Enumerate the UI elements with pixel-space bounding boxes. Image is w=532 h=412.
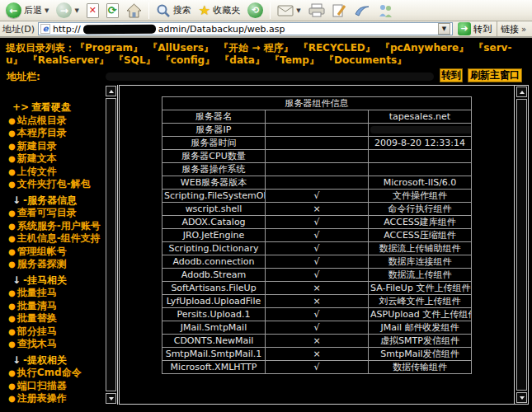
info-mark-cell (266, 163, 369, 176)
sidebar-item-执行Cmd命令[interactable]: ●执行Cmd命令 (0, 367, 106, 380)
refresh-button[interactable]: ⟳ (104, 1, 121, 21)
priv-dir-link[interactable]: 『data』 (219, 54, 265, 66)
priv-dir-link[interactable]: 『Documents』 (324, 54, 407, 66)
scroll-up-icon[interactable] (516, 87, 527, 97)
scrollbar-thumb[interactable] (106, 98, 116, 391)
sidebar-item-文件夹打包-解包[interactable]: ●文件夹打包-解包 (0, 178, 106, 191)
sidebar-item-主机信息-组件支持[interactable]: ●主机信息-组件支持 (0, 232, 106, 246)
back-label: 后退 (24, 4, 42, 16)
favorites-button[interactable]: ★ 收藏夹 (196, 1, 242, 21)
component-row: CDONTS.NewMail×虚拟SMTP发信组件 (162, 335, 472, 348)
component-row: Persits.Upload.1√ASPUpload 文件上传组件 (162, 308, 472, 321)
info-mark-cell (266, 137, 369, 150)
sidebar-item-系统服务-用户账号[interactable]: ●系统服务-用户账号 (0, 220, 106, 233)
sidebar-item-本程序目录[interactable]: ●本程序目录 (0, 127, 106, 140)
ie-logo-icon: e (40, 24, 50, 34)
server-info-row: 服务器名tapesales.net (162, 110, 472, 124)
sidebar-item-服务器探测[interactable]: ●服务器探测 (0, 258, 106, 271)
sidebar-item-新建文本[interactable]: ●新建文本 (0, 152, 106, 166)
component-row: JMail.SmtpMail√JMail 邮件收发组件 (162, 321, 472, 335)
info-name-cell: 服务器操作系统 (162, 163, 266, 176)
component-name-cell: Scripting.Dictionary (162, 242, 266, 255)
component-row: LyfUpload.UploadFile×刘云峰文件上传组件 (162, 295, 472, 308)
priv-dir-link[interactable]: 『RECYCLED』 (299, 42, 375, 54)
home-button[interactable] (124, 1, 144, 21)
edit-button[interactable] (330, 1, 349, 21)
back-button[interactable]: ← 后退 ▼ (3, 1, 51, 21)
component-row: wscript.shell×命令行执行组件 (162, 203, 472, 216)
sidebar-scrollbar[interactable] (105, 85, 117, 405)
component-name-cell: SoftArtisans.FileUp (162, 282, 266, 295)
sidebar-item-管理组帐号[interactable]: ●管理组帐号 (0, 246, 106, 259)
ie-address-row: 地址(D) e http:// admin/Databackup/web.asp… (0, 21, 532, 38)
component-desc-cell: 虚拟SMTP发信组件 (369, 335, 472, 348)
sidebar-item-部分挂马[interactable]: ●部分挂马 (0, 325, 106, 339)
redaction-blob (83, 24, 156, 34)
mail-button[interactable]: ▼ (275, 1, 303, 21)
print-icon (308, 3, 325, 17)
sidebar-item-上传文件[interactable]: ●上传文件 (0, 166, 106, 179)
priv-dir-link[interactable]: 『pcAnywhere』 (380, 42, 468, 54)
sidebar-item-站点根目录[interactable]: ●站点根目录 (0, 115, 106, 128)
forward-dropdown-icon[interactable]: ▼ (74, 7, 78, 14)
scroll-down-icon[interactable] (106, 393, 116, 404)
info-name-cell: 服务器名 (162, 110, 266, 124)
target-address-row: 地址栏: 转到 刷新主窗口 (0, 68, 532, 83)
sidebar-item-批量挂马[interactable]: ●批量挂马 (0, 287, 106, 300)
sidebar-item-批量清马[interactable]: ●批量清马 (0, 300, 106, 313)
component-mark-cell: √ (266, 361, 369, 374)
toolbar-separator (148, 2, 149, 19)
search-label: 搜索 (173, 4, 191, 16)
section-label: -服务器信息 (23, 194, 77, 206)
component-mark-cell: √ (266, 269, 369, 282)
component-mark-cell: × (266, 203, 369, 216)
back-dropdown-icon[interactable]: ▼ (45, 7, 49, 14)
section-label: -提权相关 (23, 354, 67, 366)
sidebar-item-label: 系统服务-用户账号 (17, 220, 101, 232)
priv-dir-link[interactable]: 『RealServer』 (28, 54, 109, 66)
search-button[interactable]: 搜索 (153, 1, 194, 21)
bullet-icon: ● (8, 208, 16, 218)
bullet-icon: ● (8, 167, 16, 176)
history-button[interactable]: ⟲ (245, 1, 266, 21)
component-desc-cell: 命令行执行组件 (369, 203, 472, 216)
print-button[interactable] (306, 1, 327, 21)
sidebar-item-新建目录[interactable]: ●新建目录 (0, 140, 106, 153)
links-bar[interactable]: 链接 » (497, 21, 530, 36)
discuss-icon (354, 4, 370, 17)
stop-button[interactable]: ✕ (84, 1, 101, 21)
priv-dir-link[interactable]: 『AllUsers』 (148, 42, 214, 54)
address-input[interactable]: e http:// admin/Databackup/web.asp ▼ (38, 22, 453, 35)
priv-dir-link[interactable]: 『Program』 (75, 42, 143, 54)
priv-dir-link[interactable]: 『SQL』 (114, 54, 156, 66)
forward-button[interactable]: → ▼ (54, 1, 81, 21)
target-go-button[interactable]: 转到 (440, 68, 463, 82)
sidebar-item-label: 查找木马 (17, 338, 57, 349)
bullet-icon: ● (8, 394, 16, 403)
webshell-page: 提权目录列表：『Program』 『AllUsers』 『开始 → 程序』 『R… (0, 38, 532, 412)
messenger-button[interactable] (375, 1, 395, 21)
discuss-button[interactable] (351, 1, 373, 21)
table-title: 服务器组件信息 (162, 97, 472, 110)
sidebar-item-注册表操作[interactable]: ●注册表操作 (0, 392, 106, 405)
sidebar-item-批量替换[interactable]: ●批量替换 (0, 312, 106, 325)
main-scrollbar[interactable] (514, 86, 528, 404)
scroll-down-icon[interactable] (516, 392, 527, 403)
refresh-main-window-button[interactable]: 刷新主窗口 (468, 68, 522, 82)
sidebar-item-查看可写目录[interactable]: ●查看可写目录 (0, 207, 106, 220)
component-desc-cell: SmtpMail发信组件 (369, 348, 472, 361)
sidebar-item-label: 查看可写目录 (17, 207, 77, 218)
sidebar-menu: +>查看硬盘●站点根目录●本程序目录●新建目录●新建文本●上传文件●文件夹打包-… (0, 85, 106, 405)
address-dropdown-button[interactable]: ▼ (438, 23, 450, 35)
priv-dir-link[interactable]: 『config』 (161, 54, 214, 66)
sidebar-item-查找木马[interactable]: ●查找木马 (0, 338, 106, 351)
sidebar-item-端口扫描器[interactable]: ●端口扫描器 (0, 380, 106, 393)
go-button[interactable]: ➜ 转到 (456, 22, 493, 35)
info-value-cell: Microsoft-IIS/6.0 (369, 176, 472, 190)
mail-dropdown-icon[interactable]: ▼ (296, 7, 300, 14)
scroll-up-icon[interactable] (106, 86, 116, 96)
priv-dir-link[interactable]: 『Temp』 (270, 54, 319, 66)
sidebar-section-header: ↓-提权相关 (0, 354, 106, 368)
priv-dir-link[interactable]: 『开始 → 程序』 (219, 42, 293, 54)
scrollbar-thumb[interactable] (516, 99, 527, 391)
